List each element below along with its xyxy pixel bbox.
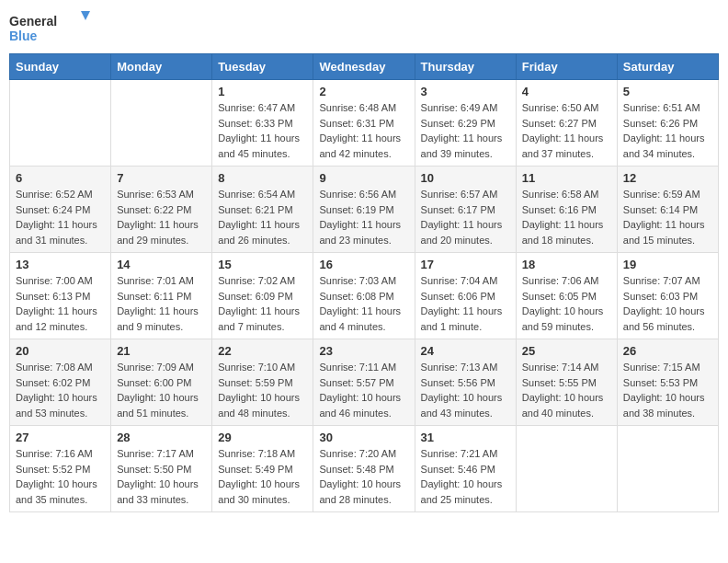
calendar-cell: 30Sunrise: 7:20 AMSunset: 5:48 PMDayligh… xyxy=(313,426,415,512)
calendar-cell: 3Sunrise: 6:49 AMSunset: 6:29 PMDaylight… xyxy=(415,80,516,167)
day-number: 7 xyxy=(117,171,206,185)
day-info: Sunrise: 7:14 AMSunset: 5:55 PMDaylight:… xyxy=(522,360,611,420)
day-number: 31 xyxy=(421,431,510,444)
day-info: Sunrise: 7:15 AMSunset: 5:53 PMDaylight:… xyxy=(623,360,712,420)
day-number: 16 xyxy=(319,258,408,271)
day-number: 25 xyxy=(522,344,611,358)
day-info: Sunrise: 7:01 AMSunset: 6:11 PMDaylight:… xyxy=(117,273,206,334)
calendar-header-monday: Monday xyxy=(111,54,212,80)
day-info: Sunrise: 7:13 AMSunset: 5:56 PMDaylight:… xyxy=(421,360,510,420)
day-info: Sunrise: 6:57 AMSunset: 6:17 PMDaylight:… xyxy=(421,187,510,247)
calendar-cell: 15Sunrise: 7:02 AMSunset: 6:09 PMDayligh… xyxy=(212,253,313,339)
calendar-cell: 16Sunrise: 7:03 AMSunset: 6:08 PMDayligh… xyxy=(313,253,415,339)
day-number: 9 xyxy=(319,171,408,185)
day-info: Sunrise: 7:20 AMSunset: 5:48 PMDaylight:… xyxy=(319,446,408,507)
day-info: Sunrise: 6:51 AMSunset: 6:26 PMDaylight:… xyxy=(623,100,712,161)
calendar-cell: 8Sunrise: 6:54 AMSunset: 6:21 PMDaylight… xyxy=(212,167,313,253)
calendar-cell: 7Sunrise: 6:53 AMSunset: 6:22 PMDaylight… xyxy=(111,167,212,253)
calendar-cell: 23Sunrise: 7:11 AMSunset: 5:57 PMDayligh… xyxy=(313,339,415,426)
calendar-cell: 20Sunrise: 7:08 AMSunset: 6:02 PMDayligh… xyxy=(10,339,111,426)
day-info: Sunrise: 7:00 AMSunset: 6:13 PMDaylight:… xyxy=(16,273,105,334)
day-info: Sunrise: 6:52 AMSunset: 6:24 PMDaylight:… xyxy=(16,187,105,247)
day-number: 10 xyxy=(421,171,510,185)
calendar-cell: 10Sunrise: 6:57 AMSunset: 6:17 PMDayligh… xyxy=(415,167,516,253)
calendar-week-row: 1Sunrise: 6:47 AMSunset: 6:33 PMDaylight… xyxy=(10,80,719,167)
day-number: 26 xyxy=(623,344,712,358)
calendar-cell: 17Sunrise: 7:04 AMSunset: 6:06 PMDayligh… xyxy=(415,253,516,339)
calendar-cell xyxy=(516,426,617,512)
day-info: Sunrise: 6:50 AMSunset: 6:27 PMDaylight:… xyxy=(522,100,611,161)
calendar-week-row: 27Sunrise: 7:16 AMSunset: 5:52 PMDayligh… xyxy=(10,426,719,512)
day-number: 23 xyxy=(319,344,408,358)
logo-icon: General Blue xyxy=(9,9,92,46)
day-number: 27 xyxy=(16,431,105,444)
day-number: 28 xyxy=(117,431,206,444)
day-info: Sunrise: 6:54 AMSunset: 6:21 PMDaylight:… xyxy=(218,187,307,247)
calendar-cell: 13Sunrise: 7:00 AMSunset: 6:13 PMDayligh… xyxy=(10,253,111,339)
calendar-week-row: 13Sunrise: 7:00 AMSunset: 6:13 PMDayligh… xyxy=(10,253,719,339)
day-number: 1 xyxy=(218,85,307,98)
calendar-cell: 4Sunrise: 6:50 AMSunset: 6:27 PMDaylight… xyxy=(516,80,617,167)
day-number: 8 xyxy=(218,171,307,185)
day-info: Sunrise: 7:07 AMSunset: 6:03 PMDaylight:… xyxy=(623,273,712,334)
page-header: General Blue xyxy=(9,9,719,46)
day-info: Sunrise: 7:09 AMSunset: 6:00 PMDaylight:… xyxy=(117,360,206,420)
calendar-cell xyxy=(10,80,111,167)
day-info: Sunrise: 7:02 AMSunset: 6:09 PMDaylight:… xyxy=(218,273,307,334)
calendar-cell: 11Sunrise: 6:58 AMSunset: 6:16 PMDayligh… xyxy=(516,167,617,253)
calendar-week-row: 20Sunrise: 7:08 AMSunset: 6:02 PMDayligh… xyxy=(10,339,719,426)
day-info: Sunrise: 7:04 AMSunset: 6:06 PMDaylight:… xyxy=(421,273,510,334)
day-info: Sunrise: 7:11 AMSunset: 5:57 PMDaylight:… xyxy=(319,360,408,420)
day-info: Sunrise: 6:59 AMSunset: 6:14 PMDaylight:… xyxy=(623,187,712,247)
day-info: Sunrise: 7:10 AMSunset: 5:59 PMDaylight:… xyxy=(218,360,307,420)
calendar-cell: 18Sunrise: 7:06 AMSunset: 6:05 PMDayligh… xyxy=(516,253,617,339)
calendar-header-thursday: Thursday xyxy=(415,54,516,80)
day-info: Sunrise: 7:17 AMSunset: 5:50 PMDaylight:… xyxy=(117,446,206,507)
calendar-cell: 21Sunrise: 7:09 AMSunset: 6:00 PMDayligh… xyxy=(111,339,212,426)
day-number: 2 xyxy=(319,85,408,98)
svg-marker-1 xyxy=(81,11,90,20)
calendar-cell: 14Sunrise: 7:01 AMSunset: 6:11 PMDayligh… xyxy=(111,253,212,339)
calendar-header-friday: Friday xyxy=(516,54,617,80)
day-number: 5 xyxy=(623,85,712,98)
calendar-cell: 31Sunrise: 7:21 AMSunset: 5:46 PMDayligh… xyxy=(415,426,516,512)
day-info: Sunrise: 6:56 AMSunset: 6:19 PMDaylight:… xyxy=(319,187,408,247)
day-number: 22 xyxy=(218,344,307,358)
calendar-cell: 2Sunrise: 6:48 AMSunset: 6:31 PMDaylight… xyxy=(313,80,415,167)
day-number: 15 xyxy=(218,258,307,271)
calendar-table: SundayMondayTuesdayWednesdayThursdayFrid… xyxy=(9,53,719,512)
day-info: Sunrise: 7:16 AMSunset: 5:52 PMDaylight:… xyxy=(16,446,105,507)
day-info: Sunrise: 6:58 AMSunset: 6:16 PMDaylight:… xyxy=(522,187,611,247)
day-number: 24 xyxy=(421,344,510,358)
calendar-cell: 22Sunrise: 7:10 AMSunset: 5:59 PMDayligh… xyxy=(212,339,313,426)
calendar-header-row: SundayMondayTuesdayWednesdayThursdayFrid… xyxy=(10,54,719,80)
day-number: 14 xyxy=(117,258,206,271)
calendar-cell: 9Sunrise: 6:56 AMSunset: 6:19 PMDaylight… xyxy=(313,167,415,253)
calendar-cell: 27Sunrise: 7:16 AMSunset: 5:52 PMDayligh… xyxy=(10,426,111,512)
calendar-cell: 5Sunrise: 6:51 AMSunset: 6:26 PMDaylight… xyxy=(617,80,718,167)
day-number: 17 xyxy=(421,258,510,271)
day-number: 4 xyxy=(522,85,611,98)
day-info: Sunrise: 6:47 AMSunset: 6:33 PMDaylight:… xyxy=(218,100,307,161)
day-number: 11 xyxy=(522,171,611,185)
calendar-week-row: 6Sunrise: 6:52 AMSunset: 6:24 PMDaylight… xyxy=(10,167,719,253)
svg-text:General: General xyxy=(9,14,57,29)
calendar-cell xyxy=(111,80,212,167)
day-info: Sunrise: 7:21 AMSunset: 5:46 PMDaylight:… xyxy=(421,446,510,507)
day-info: Sunrise: 6:53 AMSunset: 6:22 PMDaylight:… xyxy=(117,187,206,247)
calendar-cell: 19Sunrise: 7:07 AMSunset: 6:03 PMDayligh… xyxy=(617,253,718,339)
day-info: Sunrise: 7:03 AMSunset: 6:08 PMDaylight:… xyxy=(319,273,408,334)
logo: General Blue xyxy=(9,9,92,46)
calendar-cell xyxy=(617,426,718,512)
day-number: 3 xyxy=(421,85,510,98)
day-number: 18 xyxy=(522,258,611,271)
calendar-cell: 6Sunrise: 6:52 AMSunset: 6:24 PMDaylight… xyxy=(10,167,111,253)
day-number: 6 xyxy=(16,171,105,185)
calendar-header-tuesday: Tuesday xyxy=(212,54,313,80)
svg-text:Blue: Blue xyxy=(9,29,38,43)
day-number: 30 xyxy=(319,431,408,444)
calendar-cell: 25Sunrise: 7:14 AMSunset: 5:55 PMDayligh… xyxy=(516,339,617,426)
day-number: 19 xyxy=(623,258,712,271)
calendar-cell: 28Sunrise: 7:17 AMSunset: 5:50 PMDayligh… xyxy=(111,426,212,512)
day-number: 13 xyxy=(16,258,105,271)
